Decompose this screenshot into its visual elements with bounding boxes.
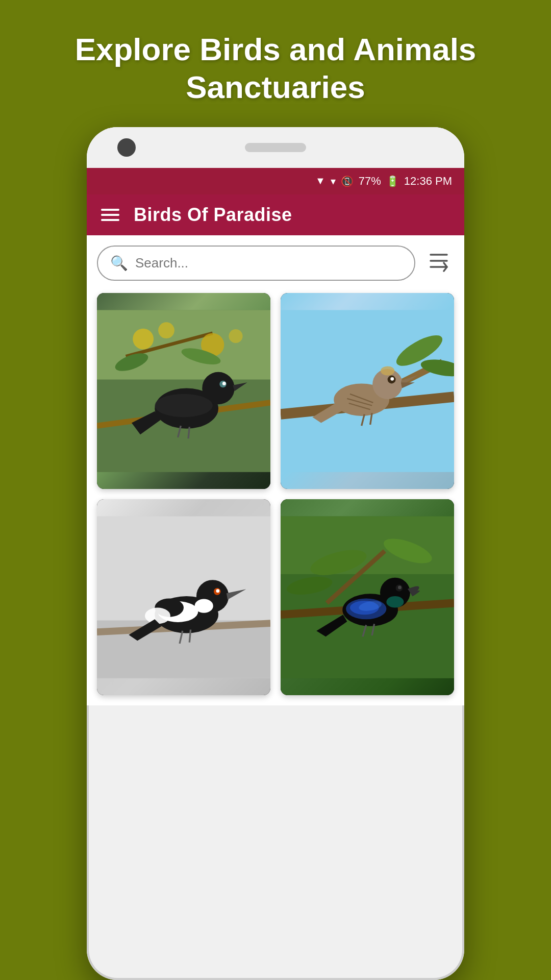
bird-card-paradise-riflebird[interactable]: Paradise Riflebird bbox=[281, 499, 454, 695]
svg-point-50 bbox=[216, 589, 219, 593]
toolbar-title: Birds Of Paradise bbox=[134, 204, 292, 226]
search-input[interactable] bbox=[135, 255, 402, 271]
status-icons: ▼ ▾ 📵 77% 🔋 12:36 PM bbox=[315, 175, 452, 188]
svg-point-8 bbox=[158, 322, 174, 338]
svg-point-66 bbox=[386, 596, 404, 608]
svg-point-51 bbox=[145, 608, 170, 624]
sort-icon bbox=[428, 250, 450, 272]
time-display: 12:36 PM bbox=[404, 175, 452, 188]
battery-percentage: 77% bbox=[359, 175, 381, 188]
bird-image-little-crow bbox=[97, 293, 270, 489]
page-title: Explore Birds and Animals Sanctuaries bbox=[0, 0, 551, 127]
svg-point-10 bbox=[229, 329, 242, 343]
bird-card-little-crow[interactable]: Little Crow bbox=[97, 293, 270, 489]
menu-button[interactable] bbox=[101, 209, 119, 221]
svg-point-47 bbox=[195, 599, 213, 613]
svg-point-29 bbox=[381, 366, 394, 375]
hamburger-line-1 bbox=[101, 209, 119, 211]
content-area: 🔍 bbox=[87, 235, 464, 706]
svg-point-7 bbox=[133, 329, 154, 350]
hamburger-line-3 bbox=[101, 219, 119, 221]
svg-point-17 bbox=[222, 382, 226, 385]
hamburger-line-2 bbox=[101, 214, 119, 216]
search-bar: 🔍 bbox=[97, 246, 454, 281]
bird-card-great-bowerbird[interactable]: Great Bowerbird bbox=[281, 293, 454, 489]
sim-icon: 📵 bbox=[341, 175, 354, 187]
bird-grid: Little Crow bbox=[97, 293, 454, 696]
phone-top-bar bbox=[87, 127, 464, 168]
bird-card-australian-crow[interactable]: Australian Crow bbox=[97, 499, 270, 695]
phone-camera bbox=[117, 138, 136, 157]
toolbar: Birds Of Paradise bbox=[87, 194, 464, 235]
status-bar: ▼ ▾ 📵 77% 🔋 12:36 PM bbox=[87, 168, 464, 194]
svg-point-33 bbox=[390, 377, 394, 381]
sort-filter-button[interactable] bbox=[423, 246, 454, 281]
search-input-container[interactable]: 🔍 bbox=[97, 246, 415, 281]
wifi-icon: ▼ bbox=[315, 175, 325, 187]
svg-line-54 bbox=[189, 630, 190, 643]
svg-point-68 bbox=[398, 586, 402, 590]
search-icon: 🔍 bbox=[110, 255, 128, 272]
phone-speaker bbox=[245, 143, 306, 152]
svg-point-19 bbox=[155, 394, 212, 417]
phone-frame: ▼ ▾ 📵 77% 🔋 12:36 PM Birds Of Paradise 🔍 bbox=[87, 127, 464, 980]
bird-image-australian-crow bbox=[97, 499, 270, 695]
battery-icon: 🔋 bbox=[386, 175, 399, 187]
bird-image-great-bowerbird bbox=[281, 293, 454, 489]
svg-line-21 bbox=[188, 427, 189, 438]
bird-image-paradise-riflebird bbox=[281, 499, 454, 695]
signal-icon: ▾ bbox=[331, 175, 336, 187]
